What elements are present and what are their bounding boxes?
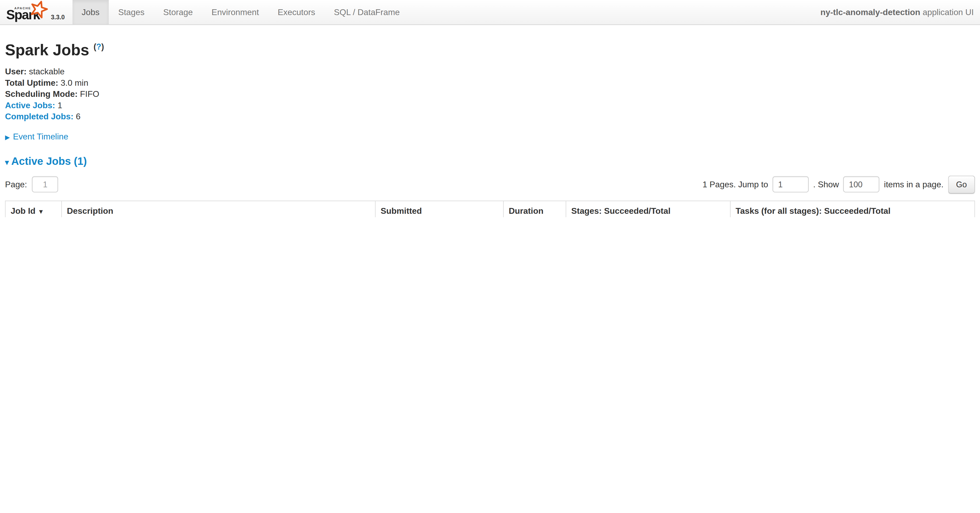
go-button[interactable]: Go: [948, 175, 975, 194]
question-mark-icon[interactable]: ?: [96, 42, 101, 51]
application-ui-suffix: application UI: [920, 7, 974, 17]
column-tasks[interactable]: Tasks (for all stages): Succeeded/Total: [730, 201, 975, 217]
application-title: ny-tlc-anomaly-detection application UI: [821, 0, 974, 25]
tab-jobs[interactable]: Jobs: [72, 0, 109, 24]
main-content: Spark Jobs (?) User: stackable Total Upt…: [0, 38, 980, 217]
expanded-arrow-icon: ▾: [5, 158, 9, 167]
tab-stages[interactable]: Stages: [109, 0, 154, 24]
tab-executors[interactable]: Executors: [268, 0, 325, 24]
column-duration[interactable]: Duration: [503, 201, 566, 217]
active-jobs-section-header[interactable]: ▾Active Jobs (1): [5, 156, 975, 169]
apache-label: APACHE: [14, 6, 31, 10]
completed-jobs-link[interactable]: Completed Jobs:: [5, 112, 73, 121]
collapsed-arrow-icon: ▶: [5, 133, 10, 140]
active-jobs-link[interactable]: Active Jobs:: [5, 101, 55, 110]
application-name: ny-tlc-anomaly-detection: [821, 7, 920, 17]
active-jobs-pagination-top: Page: 1 Pages. Jump to . Show items in a…: [5, 175, 975, 194]
jump-to-page-input[interactable]: [773, 176, 809, 192]
spark-star-icon: [30, 0, 48, 19]
table-header-row: Job Id ▼ Description Submitted Duration …: [5, 201, 975, 217]
job-summary-list: User: stackable Total Uptime: 3.0 min Sc…: [5, 68, 975, 121]
items-text: items in a page.: [884, 180, 943, 189]
summary-user: User: stackable: [5, 68, 975, 76]
event-timeline-toggle[interactable]: ▶Event Timeline: [5, 132, 975, 141]
column-job-id[interactable]: Job Id ▼: [5, 201, 62, 217]
pages-jump-text: 1 Pages. Jump to: [702, 180, 768, 189]
sort-descending-icon: ▼: [38, 208, 44, 215]
column-stages[interactable]: Stages: Succeeded/Total: [566, 201, 730, 217]
summary-uptime: Total Uptime: 3.0 min: [5, 79, 975, 87]
tab-environment[interactable]: Environment: [202, 0, 268, 24]
spark-logo: APACHE Spark 3.3.0: [0, 0, 72, 24]
spark-version: 3.3.0: [51, 14, 65, 21]
show-text: . Show: [813, 180, 839, 189]
column-description[interactable]: Description: [62, 201, 375, 217]
tab-storage[interactable]: Storage: [154, 0, 202, 24]
nav-tabs: Jobs Stages Storage Environment Executor…: [72, 0, 409, 24]
help-link[interactable]: (?): [94, 42, 104, 51]
summary-scheduling-mode: Scheduling Mode: FIFO: [5, 90, 975, 99]
navbar: APACHE Spark 3.3.0 Jobs Stages Storage E…: [0, 0, 980, 25]
page-label: Page:: [5, 180, 27, 189]
summary-active-jobs: Active Jobs: 1: [5, 101, 975, 110]
column-submitted[interactable]: Submitted: [375, 201, 503, 217]
items-per-page-input[interactable]: [843, 176, 880, 192]
tab-sql-dataframe[interactable]: SQL / DataFrame: [325, 0, 409, 24]
page-title: Spark Jobs (?): [5, 38, 975, 58]
summary-completed-jobs: Completed Jobs: 6: [5, 113, 975, 121]
spark-ui-page: APACHE Spark 3.3.0 Jobs Stages Storage E…: [0, 0, 980, 217]
page-number-input[interactable]: [32, 176, 58, 192]
active-jobs-table: Job Id ▼ Description Submitted Duration …: [5, 200, 975, 217]
